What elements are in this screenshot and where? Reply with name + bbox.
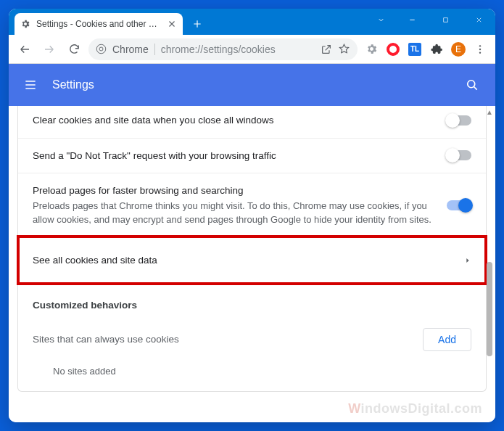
chevron-down-icon[interactable] [366,9,395,30]
divider [154,44,155,55]
toolbar: Chrome chrome://settings/cookies TL E [9,35,495,64]
browser-tab[interactable]: Settings - Cookies and other site [15,13,183,35]
extension-opera-icon[interactable] [384,40,402,59]
hamburger-icon[interactable] [23,78,38,92]
tab-title: Settings - Cookies and other site [36,19,161,29]
extension-tl-icon[interactable]: TL [405,40,424,59]
add-button[interactable]: Add [423,328,471,351]
close-icon[interactable] [167,19,177,29]
menu-button[interactable] [471,40,489,59]
svg-point-1 [96,44,106,54]
svg-point-4 [479,48,481,49]
chrome-icon [96,44,107,54]
svg-point-6 [468,81,475,88]
star-icon[interactable] [338,43,350,55]
row-label: Preload pages for faster browsing and se… [33,184,435,198]
section-customized-behaviors: Customized behaviors [18,284,486,315]
row-sublabel: Preloads pages that Chrome thinks you mi… [33,200,435,227]
toggle-do-not-track[interactable] [447,150,471,160]
omnibox-url: chrome://settings/cookies [161,44,315,55]
minimize-button[interactable] [395,9,429,30]
row-clear-on-close: Clear cookies and site data when you clo… [18,106,486,138]
titlebar: Settings - Cookies and other site [9,9,495,35]
address-bar[interactable]: Chrome chrome://settings/cookies [88,38,358,60]
settings-page: Settings Clear cookies and site data whe… [9,64,495,422]
extension-gear-icon[interactable] [362,40,381,59]
chevron-right-icon [464,257,471,264]
forward-button[interactable] [39,39,59,59]
maximize-button[interactable] [429,9,462,30]
omnibox-product: Chrome [112,44,149,55]
row-label: See all cookies and site data [33,253,453,268]
new-tab-button[interactable] [187,14,207,34]
toggle-preload[interactable] [447,200,471,210]
extension-puzzle-icon[interactable] [427,40,446,59]
row-label: Send a "Do Not Track" request with your … [33,149,435,163]
profile-avatar[interactable]: E [449,40,468,59]
settings-header: Settings [9,64,495,106]
back-button[interactable] [15,39,35,59]
row-label: Sites that can always use cookies [33,334,179,345]
close-window-button[interactable] [462,9,495,30]
tab-strip: Settings - Cookies and other site [9,9,207,35]
chrome-window: Settings - Cookies and other site Chrome… [9,9,495,422]
row-label: Clear cookies and site data when you clo… [33,113,435,128]
svg-point-5 [479,52,481,53]
svg-point-3 [479,45,481,46]
row-preload: Preload pages for faster browsing and se… [18,173,486,237]
gear-icon [20,19,30,29]
svg-rect-0 [443,17,447,22]
toggle-clear-on-close[interactable] [447,115,471,126]
row-see-all-cookies[interactable]: See all cookies and site data [18,237,486,284]
settings-card: Clear cookies and site data when you clo… [17,106,487,392]
empty-state: No sites added [18,357,486,391]
row-allowlist: Sites that can always use cookies Add [18,315,486,357]
search-icon [465,78,479,92]
share-icon[interactable] [321,44,332,55]
search-button[interactable] [463,76,481,94]
extensions-area: TL E [362,40,489,59]
settings-title: Settings [52,78,94,91]
reload-button[interactable] [64,39,84,59]
plus-icon [192,19,202,29]
content-scroll[interactable]: Clear cookies and site data when you clo… [9,106,495,422]
svg-point-2 [99,47,103,51]
row-do-not-track: Send a "Do Not Track" request with your … [18,138,486,173]
window-controls [366,9,495,35]
